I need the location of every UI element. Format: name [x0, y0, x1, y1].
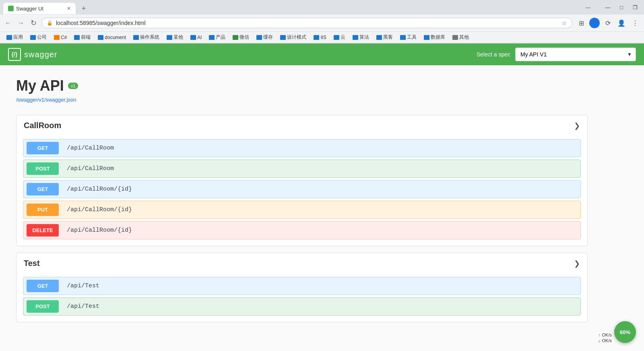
- bookmark-folder-icon: [133, 35, 139, 40]
- api-title-section: My API v1 /swagger/v1/swagger.json: [16, 77, 588, 103]
- active-tab[interactable]: Swagger UI ✕: [3, 3, 76, 14]
- endpoint-post-callroom[interactable]: POST /api/CallRoom: [23, 160, 581, 178]
- spec-select[interactable]: My API V1: [515, 48, 636, 61]
- bookmark-folder-icon: [30, 35, 36, 40]
- endpoint-path: /api/CallRoom: [62, 162, 119, 175]
- tab-title: Swagger UI: [16, 6, 43, 12]
- test-endpoints: GET /api/Test POST /api/Test: [17, 274, 587, 322]
- bookmark-folder-icon: [54, 35, 60, 40]
- bookmark-iis[interactable]: IIS: [310, 34, 330, 41]
- reload-button[interactable]: ↻: [29, 17, 38, 29]
- bookmark-label: document: [105, 35, 126, 40]
- bookmark-folder-icon: [167, 35, 172, 40]
- bookmark-label: IIS: [320, 35, 326, 40]
- bookmark-label: 操作系统: [140, 34, 159, 41]
- bookmark-hacker[interactable]: 黑客: [373, 33, 396, 42]
- endpoint-path: /api/Test: [62, 279, 104, 293]
- method-badge-get: GET: [27, 142, 59, 154]
- api-title-text: My API: [16, 77, 64, 94]
- profile-icon[interactable]: 👤: [589, 18, 600, 28]
- bookmark-ai[interactable]: AI: [187, 34, 205, 41]
- callroom-section-header[interactable]: CallRoom ❯: [17, 115, 587, 136]
- address-bar[interactable]: 🔒 localhost:58985/swagger/index.html ☆: [41, 18, 572, 28]
- bookmark-database[interactable]: 数据库: [421, 33, 448, 42]
- api-spec-link[interactable]: /swagger/v1/swagger.json: [16, 97, 588, 103]
- window-title: —: [585, 4, 590, 10]
- test-chevron-icon: ❯: [574, 259, 580, 268]
- bookmark-folder-icon: [280, 35, 286, 40]
- bookmark-frontend[interactable]: 前端: [71, 33, 94, 42]
- bookmark-tools[interactable]: 工具: [397, 33, 420, 42]
- bookmark-label: 产品: [216, 34, 225, 41]
- bookmark-label: C#: [61, 35, 67, 40]
- bookmark-os[interactable]: 操作系统: [130, 33, 163, 42]
- bookmark-label: 黑客: [383, 34, 393, 41]
- network-percent: 60%: [620, 329, 630, 335]
- bookmark-wechat[interactable]: 微信: [229, 33, 252, 42]
- user-icon[interactable]: 👤: [616, 17, 627, 29]
- spec-selector-area: Select a spec My API V1: [477, 48, 636, 61]
- extensions-icon[interactable]: ⊞: [576, 17, 587, 29]
- swagger-logo-icon: {/}: [8, 48, 21, 61]
- test-section-title: Test: [24, 259, 40, 268]
- bookmark-label: 工具: [407, 34, 417, 41]
- endpoint-delete-callroom-id[interactable]: DELETE /api/CallRoom/{id}: [23, 221, 581, 239]
- endpoint-path: /api/CallRoom/{id}: [62, 224, 137, 237]
- sync-icon[interactable]: ⟳: [602, 17, 613, 29]
- bookmark-folder-icon: [98, 35, 103, 40]
- bookmark-label: 数据库: [431, 34, 445, 41]
- api-title: My API v1: [16, 77, 588, 94]
- maximize-button[interactable]: □: [617, 4, 626, 11]
- bookmark-folder-icon: [6, 35, 12, 40]
- api-version-badge: v1: [68, 83, 78, 89]
- new-tab-button[interactable]: +: [78, 3, 89, 14]
- bookmark-folder-icon: [400, 35, 406, 40]
- forward-button[interactable]: →: [16, 18, 26, 28]
- bookmark-product[interactable]: 产品: [206, 33, 229, 42]
- bookmark-cloud[interactable]: 云: [330, 33, 349, 42]
- method-badge-put: PUT: [27, 204, 59, 216]
- swagger-logo: {/} swagger: [8, 48, 58, 61]
- menu-icon[interactable]: ⋮: [630, 17, 641, 29]
- bookmark-csharp[interactable]: C#: [51, 34, 70, 41]
- network-stats: ↑ OK/s ↓ OK/s: [598, 332, 612, 341]
- bookmark-design[interactable]: 设计模式: [277, 33, 310, 42]
- bookmark-label: 微信: [239, 34, 249, 41]
- network-up-stat: ↑ OK/s: [598, 332, 612, 337]
- bookmark-cache[interactable]: 缓存: [253, 33, 276, 42]
- bookmarks-bar: 应用 公司 C# 前端 document 操作系统 某他 AI: [0, 32, 644, 43]
- minimize-button[interactable]: —: [602, 4, 613, 11]
- bookmark-algorithm[interactable]: 算法: [349, 33, 372, 42]
- close-tab-button[interactable]: ✕: [67, 6, 71, 11]
- endpoint-get-test[interactable]: GET /api/Test: [23, 277, 581, 295]
- nav-icons: ⊞ 👤 ⟳ 👤 ⋮: [576, 17, 641, 29]
- back-button[interactable]: ←: [3, 18, 13, 28]
- bookmark-label: 设计模式: [287, 34, 306, 41]
- bookmark-folder-icon: [74, 35, 80, 40]
- bookmark-label: 前端: [81, 34, 91, 41]
- bookmark-apps[interactable]: 应用: [3, 33, 26, 42]
- bookmark-folder-icon: [334, 35, 339, 40]
- bookmark-label: 其他: [459, 34, 469, 41]
- restore-button[interactable]: ❐: [630, 4, 641, 11]
- bookmark-other[interactable]: 某他: [163, 33, 186, 42]
- endpoint-put-callroom-id[interactable]: PUT /api/CallRoom/{id}: [23, 201, 581, 219]
- swagger-header: {/} swagger Select a spec My API V1: [0, 44, 644, 65]
- download-icon: ↓: [598, 338, 601, 341]
- bookmark-star[interactable]: ☆: [562, 20, 567, 26]
- bookmark-folder-icon: [209, 35, 215, 40]
- endpoint-get-callroom-id[interactable]: GET /api/CallRoom/{id}: [23, 180, 581, 198]
- test-section-header[interactable]: Test ❯: [17, 253, 587, 274]
- bookmark-others[interactable]: 其他: [449, 33, 472, 42]
- bookmark-document[interactable]: document: [95, 34, 129, 41]
- endpoint-post-test[interactable]: POST /api/Test: [23, 297, 581, 316]
- endpoint-get-callroom[interactable]: GET /api/CallRoom: [23, 139, 581, 157]
- bookmark-company[interactable]: 公司: [27, 33, 50, 42]
- bookmark-folder-icon: [424, 35, 429, 40]
- callroom-section-title: CallRoom: [24, 121, 61, 130]
- address-text: localhost:58985/swagger/index.html: [56, 20, 559, 26]
- network-widget[interactable]: 60%: [614, 321, 636, 341]
- test-section: Test ❯ GET /api/Test POST /api/Test: [16, 253, 588, 322]
- bookmark-folder-icon: [353, 35, 358, 40]
- browser-chrome: Swagger UI ✕ + — — □ ❐ ← → ↻ 🔒 localhost…: [0, 0, 644, 44]
